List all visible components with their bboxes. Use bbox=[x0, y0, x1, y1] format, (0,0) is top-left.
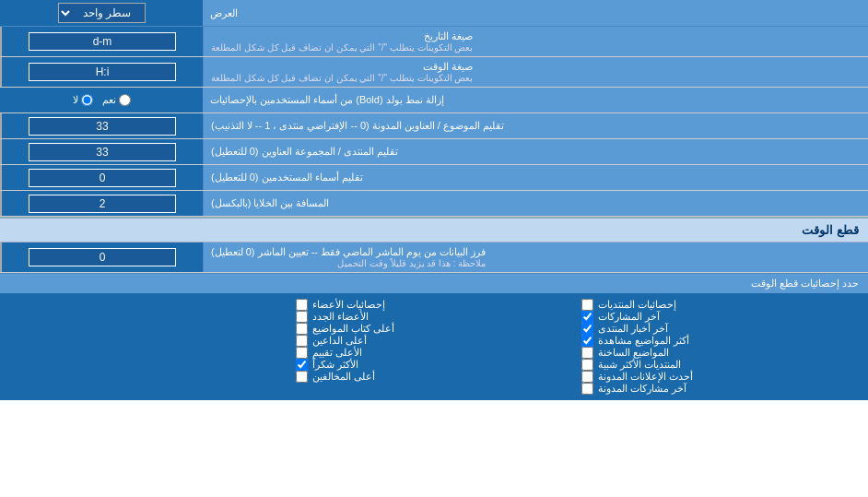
realtime-section-header: قطع الوقت bbox=[0, 217, 868, 243]
time-format-label: صيغة الوقت بعض التكوينات يتطلب "/" التي … bbox=[203, 57, 868, 87]
cb-last-news[interactable] bbox=[581, 323, 593, 335]
usernames-row: تقليم أسماء المستخدمين (0 للتعطيل) bbox=[0, 165, 868, 191]
cb-item-3: أكثر المواضيع مشاهدة bbox=[581, 335, 859, 347]
forum-address-input-cell bbox=[0, 139, 203, 164]
usernames-input-cell bbox=[0, 165, 203, 190]
checkboxes-grid: إحصائيات المنتديات آخر المشاركات آخر أخب… bbox=[0, 293, 868, 400]
cb-member-3: أعلى الداعين bbox=[296, 335, 573, 347]
checkbox-col-extra bbox=[9, 299, 287, 395]
cb-most-thanked[interactable] bbox=[296, 359, 308, 371]
topic-address-input[interactable] bbox=[29, 117, 176, 136]
cb-member-stats[interactable] bbox=[296, 299, 308, 311]
display-select-cell: سطر واحد bbox=[0, 0, 203, 26]
realtime-filter-label: فرز البيانات من يوم الماشر الماضي فقط --… bbox=[203, 243, 868, 272]
bold-remove-row: إزالة نمط بولد (Bold) من أسماء المستخدمي… bbox=[0, 88, 868, 113]
main-container: العرض سطر واحد صيغة التاريخ بعض التكوينا… bbox=[0, 0, 868, 400]
realtime-filter-input[interactable] bbox=[29, 248, 176, 266]
date-format-row: صيغة التاريخ بعض التكوينات يتطلب "/" الت… bbox=[0, 27, 868, 57]
cb-member-4: الأعلى تقييم bbox=[296, 347, 573, 359]
cb-member-2: أعلى كتاب المواضيع bbox=[296, 323, 573, 335]
topic-address-row: تقليم الموضوع / العناوين المدونة (0 -- ا… bbox=[0, 113, 868, 139]
cb-hot-topics[interactable] bbox=[581, 347, 593, 359]
cb-member-5: الأكثر شكراً bbox=[296, 359, 573, 371]
usernames-input[interactable] bbox=[29, 169, 176, 187]
bold-yes-radio[interactable] bbox=[119, 94, 131, 106]
checkbox-col-members: إحصائيات الأعضاء الأعضاء الجدد أعلى كتاب… bbox=[296, 299, 573, 395]
cb-top-rated[interactable] bbox=[296, 347, 308, 359]
display-select[interactable]: سطر واحد bbox=[58, 3, 146, 23]
stats-title: حدد إحصائيات قطع الوقت bbox=[0, 273, 868, 293]
cb-top-inviters[interactable] bbox=[296, 335, 308, 347]
bold-no-radio[interactable] bbox=[81, 94, 93, 106]
cb-latest-announcements[interactable] bbox=[581, 371, 593, 383]
forum-address-label: تقليم المنتدى / المجموعة العناوين (0 للت… bbox=[203, 139, 868, 164]
bold-yes-label: نعم bbox=[102, 94, 131, 106]
cell-spacing-input-cell bbox=[0, 191, 203, 216]
cb-item-2: آخر أخبار المنتدى bbox=[581, 323, 859, 335]
topic-address-label: تقليم الموضوع / العناوين المدونة (0 -- ا… bbox=[203, 113, 868, 138]
date-format-label: صيغة التاريخ بعض التكوينات يتطلب "/" الت… bbox=[203, 27, 868, 56]
cb-member-0: إحصائيات الأعضاء bbox=[296, 299, 573, 311]
cb-item-7: آخر مشاركات المدونة bbox=[581, 383, 859, 395]
cb-last-blog-posts[interactable] bbox=[581, 383, 593, 395]
cb-item-6: أحدث الإعلانات المدونة bbox=[581, 371, 859, 383]
time-format-input[interactable] bbox=[29, 63, 176, 81]
realtime-filter-input-cell bbox=[0, 243, 203, 272]
cb-item-0: إحصائيات المنتديات bbox=[581, 299, 859, 311]
cell-spacing-input[interactable] bbox=[29, 195, 176, 213]
time-format-input-cell bbox=[0, 57, 203, 87]
cb-last-posts[interactable] bbox=[581, 311, 593, 323]
date-format-input[interactable] bbox=[29, 32, 176, 51]
usernames-label: تقليم أسماء المستخدمين (0 للتعطيل) bbox=[203, 165, 868, 190]
realtime-filter-row: فرز البيانات من يوم الماشر الماضي فقط --… bbox=[0, 243, 868, 273]
date-format-input-cell bbox=[0, 27, 203, 56]
time-format-row: صيغة الوقت بعض التكوينات يتطلب "/" التي … bbox=[0, 57, 868, 88]
cell-spacing-label: المسافة بين الخلايا (بالبكسل) bbox=[203, 191, 868, 216]
display-row: العرض سطر واحد bbox=[0, 0, 868, 27]
cb-item-5: المنتديات الأكثر شبية bbox=[581, 359, 859, 371]
checkbox-col-forums: إحصائيات المنتديات آخر المشاركات آخر أخب… bbox=[581, 299, 859, 395]
cb-item-4: المواضيع الساخنة bbox=[581, 347, 859, 359]
cb-most-popular-forums[interactable] bbox=[581, 359, 593, 371]
cb-item-1: آخر المشاركات bbox=[581, 311, 859, 323]
cb-top-writers[interactable] bbox=[296, 323, 308, 335]
cb-new-members[interactable] bbox=[296, 311, 308, 323]
cb-top-violators[interactable] bbox=[296, 371, 308, 383]
cell-spacing-row: المسافة بين الخلايا (بالبكسل) bbox=[0, 191, 868, 217]
cb-member-1: الأعضاء الجدد bbox=[296, 311, 573, 323]
bold-remove-options: نعم لا bbox=[0, 88, 203, 112]
bold-no-label: لا bbox=[73, 94, 93, 106]
forum-address-row: تقليم المنتدى / المجموعة العناوين (0 للت… bbox=[0, 139, 868, 165]
cb-member-6: أعلى المخالفين bbox=[296, 371, 573, 383]
bold-remove-label: إزالة نمط بولد (Bold) من أسماء المستخدمي… bbox=[203, 88, 868, 112]
cb-forum-stats[interactable] bbox=[581, 299, 593, 311]
display-label: العرض bbox=[203, 0, 868, 26]
forum-address-input[interactable] bbox=[29, 143, 176, 161]
topic-address-input-cell bbox=[0, 113, 203, 138]
cb-most-viewed[interactable] bbox=[581, 335, 593, 347]
